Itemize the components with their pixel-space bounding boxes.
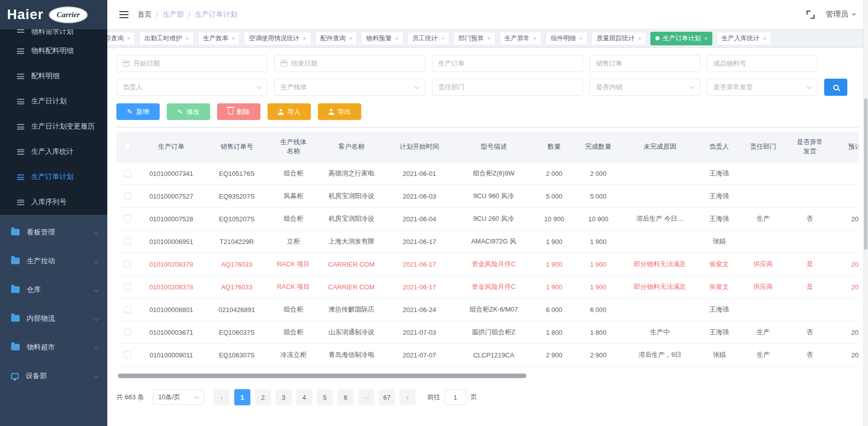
search-button[interactable] <box>824 79 847 96</box>
sidebar-group-2[interactable]: 仓库 <box>0 275 107 304</box>
sidebar-group-0[interactable]: 看板管理 <box>0 218 107 247</box>
close-icon[interactable]: × <box>349 35 352 41</box>
tab-chip[interactable]: 员工统计× <box>408 32 449 45</box>
filter-input[interactable]: 结束日期 <box>274 55 425 72</box>
row-checkbox[interactable] <box>124 329 131 336</box>
table-row[interactable]: 010100003671EQ106037S组合柜山东润通制冷设2021-07-0… <box>116 321 859 344</box>
row-checkbox[interactable] <box>124 306 131 313</box>
sidebar-item-4[interactable]: 生产日计划变更履历 <box>0 114 107 139</box>
close-icon[interactable]: × <box>127 35 130 41</box>
row-checkbox[interactable] <box>124 170 131 177</box>
sidebar-group-1[interactable]: 生产拉动 <box>0 247 107 275</box>
close-icon[interactable]: × <box>487 35 490 41</box>
table-row[interactable]: 010100007527EQ935207S风幕柜机房宝润阳冷设2021-06-0… <box>116 185 859 208</box>
close-icon[interactable]: × <box>232 35 235 41</box>
table-row[interactable]: 010100208378AQ176033RACK 项目CARRIER COM20… <box>116 253 859 276</box>
row-checkbox[interactable] <box>124 261 131 268</box>
filter-select[interactable]: 是否异常发货 <box>707 79 818 96</box>
page-button[interactable]: 4 <box>296 389 312 405</box>
close-icon[interactable]: × <box>303 35 306 41</box>
sidebar-item-2[interactable]: 配料明细 <box>0 64 107 89</box>
filter-input[interactable]: 销售订单 <box>589 55 700 72</box>
filter-input[interactable]: 生产订单 <box>432 55 583 72</box>
select-all-checkbox[interactable] <box>124 143 131 150</box>
fullscreen-icon[interactable] <box>807 11 815 19</box>
sidebar-item-7[interactable]: 入库序列号 <box>0 190 107 215</box>
tab-chip[interactable]: 生产异常× <box>500 32 542 45</box>
page-button[interactable]: 6 <box>338 389 354 405</box>
user-menu[interactable]: 管理员 <box>826 10 856 19</box>
close-icon[interactable]: × <box>704 35 707 41</box>
tab-chip[interactable]: 出勤工时维护× <box>139 32 193 45</box>
export-button[interactable]: 导出 <box>318 103 361 120</box>
row-checkbox[interactable] <box>124 283 131 290</box>
tab-chip[interactable]: 库存查询× <box>107 32 135 45</box>
row-checkbox[interactable] <box>124 238 131 245</box>
close-icon[interactable]: × <box>185 35 188 41</box>
sidebar-group-5[interactable]: 设备部 <box>0 361 107 390</box>
tab-chip[interactable]: 生产效率× <box>198 32 240 45</box>
tab-chip[interactable]: 组件明细× <box>546 32 587 45</box>
page-size-select[interactable]: 10条/页 <box>153 390 204 405</box>
hamburger-icon[interactable] <box>119 11 128 18</box>
table-row[interactable]: 010100007341EQ105176S组合柜高德润之行家电2021-06-0… <box>116 162 859 185</box>
tab-chip[interactable]: 质量跟踪统计× <box>591 32 646 45</box>
prev-page-button[interactable]: ‹ <box>214 389 230 405</box>
cell <box>622 367 698 373</box>
sidebar-item-6[interactable]: 生产订单计划 <box>0 164 107 190</box>
goto-page-input[interactable] <box>444 390 466 405</box>
breadcrumb-dept[interactable]: 生产部 <box>163 10 184 19</box>
close-icon[interactable]: × <box>638 35 641 41</box>
sidebar-item-5[interactable]: 生产入库统计 <box>0 139 107 164</box>
page-button[interactable]: 1 <box>234 389 250 405</box>
sidebar-item-1[interactable]: 物料配料明细 <box>0 38 107 64</box>
filter-select[interactable]: 生产线体 <box>274 79 425 96</box>
tab-chip[interactable]: 空调使用情况统计× <box>244 32 311 45</box>
page-button[interactable]: 5 <box>317 389 333 405</box>
table-row[interactable]: 010100009011EQ106307S冷冻立柜青岛海信制冷电2021-07-… <box>116 344 859 367</box>
vertical-scrollbar-thumb[interactable] <box>864 98 867 250</box>
filter-input[interactable]: 开始日期 <box>116 55 268 72</box>
tab-chip[interactable]: 生产入库统计× <box>716 32 771 45</box>
row-checkbox[interactable] <box>124 215 131 222</box>
table-row[interactable]: 0101000088010210426891组合柜潍坊传麒国际店2021-06-… <box>116 298 859 321</box>
edit-button[interactable]: ✎修改 <box>167 103 210 120</box>
table-row[interactable]: 010100006951T2104229R立柜上海大润发有限2021-06-17… <box>116 230 859 253</box>
close-icon[interactable]: × <box>441 35 444 41</box>
close-icon[interactable]: × <box>533 35 537 41</box>
breadcrumb-page[interactable]: 生产订单计划 <box>195 10 237 19</box>
close-icon[interactable]: × <box>763 35 766 41</box>
tab-chip[interactable]: 配件查询× <box>315 32 357 45</box>
cell <box>622 185 698 207</box>
filter-input[interactable]: 责任部门 <box>432 79 583 96</box>
filter-select[interactable]: 是否内销 <box>589 79 700 96</box>
tab-chip[interactable]: 生产订单计划× <box>650 32 712 45</box>
page-button[interactable]: 67 <box>379 389 395 405</box>
add-button[interactable]: ✎新增 <box>116 103 160 120</box>
row-checkbox[interactable] <box>124 351 131 358</box>
sidebar-group-4[interactable]: 物料超市 <box>0 333 107 361</box>
page-button[interactable]: 3 <box>276 389 292 405</box>
next-page-button[interactable]: › <box>399 389 416 405</box>
filter-select[interactable]: 负责人 <box>116 79 268 96</box>
tab-chip[interactable]: 物料预警× <box>361 32 403 45</box>
horizontal-scrollbar-thumb[interactable] <box>118 374 526 378</box>
table-row[interactable]: 010100006952T2104298R组合柜上海大润发有限2021-07-0… <box>116 367 859 373</box>
chevron-icon <box>94 316 98 321</box>
import-button[interactable]: 导入 <box>268 103 311 120</box>
sidebar-group-3[interactable]: 内部物流 <box>0 304 107 333</box>
row-checkbox[interactable] <box>124 193 131 200</box>
sidebar-submenu: 物料需求计划物料配料明细配料明细生产日计划生产日计划变更履历生产入库统计生产订单… <box>0 14 107 215</box>
delete-button[interactable]: 删除 <box>217 103 260 120</box>
search-icon <box>833 85 839 90</box>
cell: 1 900 <box>574 230 622 253</box>
filter-input[interactable]: 成品物料号 <box>707 55 818 72</box>
close-icon[interactable]: × <box>579 35 582 41</box>
table-row[interactable]: 010100208378AQ176033RACK 项目CARRIER COM20… <box>116 276 859 298</box>
breadcrumb-home[interactable]: 首页 <box>138 10 152 19</box>
close-icon[interactable]: × <box>395 35 398 41</box>
tab-chip[interactable]: 部门预算× <box>453 32 495 45</box>
sidebar-item-3[interactable]: 生产日计划 <box>0 89 107 114</box>
page-button[interactable]: 2 <box>255 389 271 405</box>
table-row[interactable]: 010100007528EQ105207S组合柜机房宝润阳冷设2021-06-0… <box>116 208 859 230</box>
